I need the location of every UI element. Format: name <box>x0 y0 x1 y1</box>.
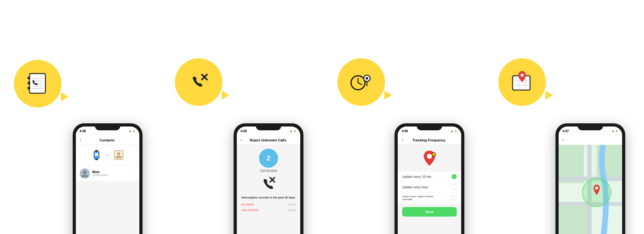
contact-row[interactable]: Mum 18165760353 ··· <box>76 166 139 181</box>
nav-bar-reject: ‹ Reject Unknown Calls <box>237 135 300 145</box>
svg-point-26 <box>427 154 432 159</box>
freq-label-1hour: Update every hour <box>402 185 428 189</box>
location-pin-icon: ! <box>420 149 439 168</box>
nav-bar-map: ‹ <box>559 135 622 145</box>
avatar-image <box>80 168 90 179</box>
call-blocked-label: Call blocked <box>237 169 300 172</box>
notch-3 <box>417 123 442 130</box>
call-record-1: 02195559 07-21 <box>237 202 300 207</box>
call-date-1: 07-21 <box>289 203 296 206</box>
map-view <box>559 145 622 234</box>
nav-title-tracking: Tracking Frequency <box>406 138 452 142</box>
reject-call-icon <box>186 69 211 95</box>
contacts-icon <box>25 71 50 96</box>
freq-option-1hour[interactable]: Update every hour <box>398 182 461 192</box>
status-icons-4: ▲🔋 <box>612 130 618 133</box>
phone-section-contacts: 4:08 ▲🔋 ‹ Contacts <box>9 6 152 228</box>
bubble-contacts <box>14 60 62 107</box>
back-button-3[interactable]: ‹ <box>402 137 403 143</box>
status-icons-2: ▲🔋 <box>290 130 296 133</box>
svg-rect-11 <box>95 159 98 160</box>
nav-bar-contacts: ‹ Contacts <box>76 135 139 145</box>
yellow-bubble-2 <box>175 58 222 106</box>
phone-section-map: 4:07 ▲🔋 ‹ <box>492 6 635 228</box>
status-icons-3: ▲🔋 <box>451 130 457 133</box>
svg-point-34 <box>521 74 524 77</box>
back-button[interactable]: ‹ <box>80 137 81 143</box>
call-number-2: 18512608225 <box>241 209 259 212</box>
tracking-icon <box>349 69 374 95</box>
screen-reject: 4:06 ▲🔋 ‹ Reject Unknown Calls 2 Call bl… <box>237 127 300 234</box>
screen-contacts: 4:08 ▲🔋 ‹ Contacts <box>76 127 139 234</box>
screen-map: 4:07 ▲🔋 ‹ <box>559 127 622 234</box>
call-date-2: 07-21 <box>289 209 296 212</box>
bubble-tracking <box>337 58 385 106</box>
freq-option-sleep[interactable]: Sleep mode: obtain location manually <box>398 192 461 203</box>
svg-rect-10 <box>95 150 98 152</box>
status-icons: ▲🔋 <box>129 130 136 133</box>
notch-2 <box>256 123 281 130</box>
call-blocked-badge: 2 <box>259 149 278 168</box>
notch <box>95 123 120 130</box>
tracking-icon-area: ! <box>398 149 461 168</box>
phone-section-tracking: 4:06 ▲🔋 ‹ Tracking Frequency <box>331 6 474 228</box>
avatar <box>80 168 90 179</box>
call-icon-wrapper <box>237 176 300 192</box>
svg-point-43 <box>595 186 598 190</box>
svg-point-25 <box>366 77 368 80</box>
contact-info: Mum 18165760353 <box>92 170 108 177</box>
svg-point-14 <box>117 152 120 155</box>
yellow-bubble-4 <box>498 58 546 106</box>
svg-point-16 <box>83 170 87 174</box>
back-button-4[interactable]: ‹ <box>562 137 564 143</box>
sync-icon-area: ← <box>76 145 139 165</box>
svg-text:!: ! <box>434 153 435 156</box>
radio-unselected-2 <box>452 195 457 200</box>
blocked-call-icon <box>261 176 276 192</box>
time: 4:08 <box>80 129 86 133</box>
yellow-bubble-3 <box>337 58 385 106</box>
notch-4 <box>578 123 603 130</box>
back-button-2[interactable]: ‹ <box>241 137 242 143</box>
freq-label-10min: Update every 10 min <box>402 175 431 179</box>
contact-sync-icon <box>113 149 124 161</box>
bubble-reject <box>175 58 222 106</box>
radio-unselected-1 <box>452 185 457 190</box>
contact-name: Mum <box>92 170 108 174</box>
interception-title: Interception records in the past 30 days <box>237 196 300 199</box>
watch-icon <box>91 149 102 161</box>
arrow-icon: ← <box>105 153 110 158</box>
check-selected: ✓ <box>452 174 457 179</box>
yellow-bubble-1 <box>14 60 62 107</box>
svg-rect-12 <box>95 153 98 156</box>
phone-section-reject: 4:06 ▲🔋 ‹ Reject Unknown Calls 2 Call bl… <box>170 6 313 228</box>
time-3: 4:06 <box>402 129 408 133</box>
call-record-2: 18512608225 07-21 <box>237 207 300 213</box>
time-4: 4:07 <box>562 129 569 133</box>
map-svg <box>559 145 622 234</box>
more-options[interactable]: ··· <box>131 171 135 176</box>
svg-rect-38 <box>559 202 587 234</box>
contact-phone: 18165760353 <box>92 174 108 177</box>
freq-option-10min[interactable]: Update every 10 min ✓ <box>398 172 461 182</box>
call-number-1: 02195559 <box>241 203 254 206</box>
svg-line-23 <box>358 83 362 85</box>
svg-rect-1 <box>28 77 30 79</box>
map-zone-icon <box>509 69 535 95</box>
nav-bar-tracking: ‹ Tracking Frequency <box>398 135 461 145</box>
screen-tracking: 4:06 ▲🔋 ‹ Tracking Frequency <box>398 127 461 234</box>
time-2: 4:06 <box>241 129 247 133</box>
freq-label-sleep: Sleep mode: obtain location manually <box>402 195 443 201</box>
svg-rect-2 <box>28 82 30 84</box>
svg-rect-3 <box>28 87 30 89</box>
nav-title-contacts: Contacts <box>84 138 130 142</box>
nav-title-reject: Reject Unknown Calls <box>245 138 291 142</box>
bubble-map <box>498 58 546 106</box>
save-button[interactable]: Save <box>402 207 457 217</box>
